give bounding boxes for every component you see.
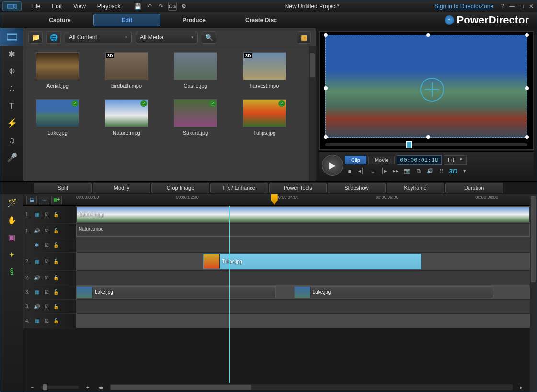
dual-view-icon[interactable]: ⧉ [414, 167, 423, 175]
lock-icon[interactable]: 🔓 [52, 211, 60, 218]
visible-checkbox[interactable]: ☑ [43, 289, 50, 296]
timeline-ruler[interactable]: ⬓ ▭ ▦+ 00:00:00:00 00:00:02:00 00:00:04:… [23, 194, 530, 206]
snapshot-icon[interactable]: 📷 [402, 167, 412, 175]
fx-track-icon[interactable]: ✱ [33, 242, 41, 249]
undo-icon[interactable]: ↶ [145, 2, 154, 11]
track-lane[interactable] [76, 314, 530, 328]
slideshow-button[interactable]: Slideshow [328, 183, 386, 193]
track-lane[interactable]: Nature.mpg [76, 206, 530, 223]
media-room-icon[interactable] [0, 28, 23, 46]
visible-checkbox[interactable]: ☑ [43, 303, 50, 310]
chapter-icon[interactable]: ▣ [0, 229, 23, 246]
settings-icon[interactable]: ⚙ [180, 2, 188, 11]
minimize-icon[interactable]: — [509, 3, 515, 10]
tab-produce[interactable]: Produce [160, 14, 228, 26]
video-track-icon[interactable]: ▦ [33, 289, 41, 296]
visible-checkbox[interactable]: ☑ [43, 242, 50, 249]
stop-icon[interactable]: ■ [345, 167, 354, 175]
step-icon[interactable]: ⏚ [368, 167, 377, 175]
selected-clip[interactable]: Tulips.jpg [203, 254, 421, 269]
ruler-tool-2[interactable]: ▭ [39, 196, 49, 204]
menu-edit[interactable]: Edit [46, 3, 68, 10]
visible-checkbox[interactable]: ☑ [43, 211, 50, 218]
audio-room-icon[interactable]: ♫ [0, 132, 23, 149]
track-lane[interactable]: Nature.mpg [76, 224, 530, 238]
fast-forward-icon[interactable]: ▸▸ [391, 167, 400, 175]
ruler-tool-1[interactable]: ⬓ [26, 196, 37, 204]
visible-checkbox[interactable]: ☑ [43, 228, 50, 234]
3d-menu-icon[interactable]: ▾ [460, 167, 469, 175]
signin-link[interactable]: Sign in to DirectorZone [434, 3, 493, 10]
menu-file[interactable]: File [25, 3, 46, 10]
visible-checkbox[interactable]: ☑ [43, 275, 50, 281]
track-lane[interactable] [76, 238, 530, 252]
aspect-ratio-button[interactable]: 16:9 [168, 2, 177, 11]
crop-button[interactable]: Crop Image [151, 183, 209, 193]
lock-icon[interactable]: 🔓 [52, 228, 60, 234]
close-icon[interactable]: ✕ [528, 3, 535, 10]
media-filter-dropdown[interactable]: All Media [136, 32, 198, 43]
lock-icon[interactable]: 🔓 [52, 318, 60, 324]
help-icon[interactable]: ? [499, 3, 506, 10]
next-frame-icon[interactable]: │▸ [379, 167, 389, 175]
zoom-out-icon[interactable]: − [27, 383, 37, 392]
visible-checkbox[interactable]: ☑ [43, 258, 50, 265]
media-item[interactable]: ✓Nature.mpg [100, 99, 153, 136]
tab-edit[interactable]: Edit [93, 14, 160, 26]
menu-view[interactable]: View [68, 3, 91, 10]
zoom-slider[interactable] [41, 386, 79, 389]
audio-track-icon[interactable]: 🔊 [33, 275, 41, 281]
track-lane[interactable]: Tulips.jpg [76, 253, 530, 270]
import-folder-icon[interactable]: 📁 [28, 31, 43, 44]
audio-track-icon[interactable]: 🔊 [33, 228, 41, 234]
clip[interactable]: Lake.jpg [76, 286, 276, 298]
search-icon[interactable]: 🔍 [202, 31, 216, 44]
media-item[interactable]: ✓Tulips.jpg [238, 99, 291, 136]
media-item[interactable]: ✓Lake.jpg [31, 99, 84, 136]
library-scrollbar[interactable] [309, 46, 316, 181]
track-lane[interactable] [76, 271, 530, 285]
prev-frame-icon[interactable]: ◂│ [356, 167, 366, 175]
menu-playback[interactable]: Playback [91, 3, 126, 10]
video-track-icon[interactable]: ▦ [33, 258, 41, 265]
redo-icon[interactable]: ↷ [157, 2, 165, 11]
preview-viewport[interactable] [319, 31, 534, 150]
preview-seek-slider[interactable] [325, 143, 527, 146]
lock-icon[interactable]: 🔓 [52, 303, 60, 310]
zoom-fit-dropdown[interactable]: Fit [444, 155, 467, 165]
video-track-icon[interactable]: ▦ [33, 211, 41, 218]
media-item[interactable]: 3Dharvest.mpo [238, 52, 291, 89]
subtitle-icon[interactable]: § [0, 263, 23, 280]
title-room-icon[interactable]: T [0, 97, 23, 115]
timecode-display[interactable]: 00:00:01:18 [397, 155, 441, 165]
horizontal-scrollbar[interactable] [110, 384, 513, 390]
track-lane[interactable] [76, 300, 530, 313]
upload-icon[interactable]: ↑ [445, 15, 454, 25]
tab-create-disc[interactable]: Create Disc [228, 14, 295, 26]
keyframe-button[interactable]: Keyframe [387, 183, 445, 193]
fit-timeline-icon[interactable]: ◂▸ [96, 383, 106, 392]
particle-room-icon[interactable]: ∴ [0, 80, 23, 97]
media-item[interactable]: Castle.jpg [169, 52, 222, 89]
maximize-icon[interactable]: □ [518, 3, 525, 10]
zoom-in-icon[interactable]: + [83, 383, 92, 392]
add-track-icon[interactable]: ▦+ [51, 196, 62, 204]
audio-track-icon[interactable]: 🔊 [33, 303, 41, 310]
voiceover-room-icon[interactable]: 🎤 [0, 149, 23, 166]
3d-toggle[interactable]: 3D [448, 167, 458, 175]
volume-icon[interactable]: 🔊 [425, 167, 435, 175]
download-icon[interactable]: 🌐 [46, 31, 61, 44]
tab-capture[interactable]: Capture [26, 14, 93, 26]
save-icon[interactable]: 💾 [134, 2, 142, 11]
content-filter-dropdown[interactable]: All Content [65, 32, 132, 43]
quality-icon[interactable]: ⁝⁝ [437, 167, 446, 175]
duration-button[interactable]: Duration [445, 183, 503, 193]
visible-checkbox[interactable]: ☑ [43, 318, 50, 324]
lock-icon[interactable]: 🔓 [52, 258, 60, 265]
lock-icon[interactable]: 🔓 [52, 289, 60, 296]
fix-enhance-button[interactable]: Fix / Enhance [210, 183, 268, 193]
library-view-icon[interactable]: ▦ [297, 31, 311, 44]
play-button[interactable]: ▶ [322, 155, 343, 176]
pip-room-icon[interactable]: ⁜ [0, 63, 23, 80]
magic-tools-icon[interactable]: 🪄 [0, 194, 23, 211]
